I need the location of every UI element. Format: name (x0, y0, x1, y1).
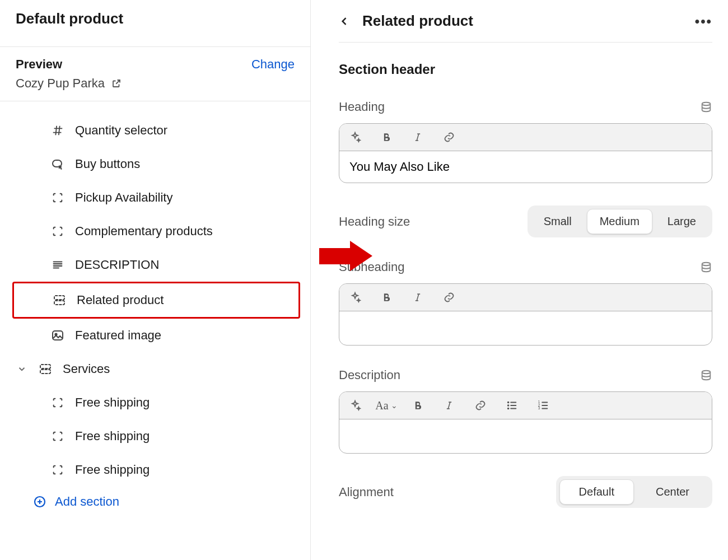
plus-circle-icon (32, 494, 47, 509)
svg-point-13 (508, 408, 509, 409)
section-item-free-shipping-2[interactable]: Free shipping (0, 419, 310, 453)
section-item-free-shipping-3[interactable]: Free shipping (0, 453, 310, 487)
section-item-featured-image[interactable]: Featured image (0, 319, 310, 352)
block-placeholder-icon (50, 190, 65, 205)
bold-icon[interactable] (410, 398, 426, 413)
section-list: Quantity selector Buy buttons Pickup Ava… (0, 101, 310, 525)
bullet-list-icon[interactable] (504, 398, 520, 413)
italic-icon[interactable] (441, 398, 457, 413)
subheading-input[interactable] (348, 319, 703, 335)
paragraph-style-icon[interactable]: Aa⌄ (379, 398, 394, 413)
sparkle-icon[interactable] (347, 398, 363, 413)
hash-icon (50, 123, 65, 138)
chevron-down-icon[interactable] (16, 364, 28, 374)
dynamic-source-icon[interactable] (700, 261, 712, 273)
bold-icon[interactable] (379, 129, 394, 145)
description-editor: Aa⌄ 123 (339, 391, 712, 454)
preview-label: Preview (16, 57, 62, 72)
section-item-quantity-selector[interactable]: Quantity selector (0, 114, 310, 147)
svg-point-9 (702, 263, 711, 266)
text-lines-icon (50, 258, 65, 272)
link-icon[interactable] (441, 129, 457, 145)
svg-text:3: 3 (538, 406, 540, 410)
more-actions-button[interactable]: ••• (695, 13, 712, 29)
block-placeholder-icon (50, 463, 65, 477)
section-item-buy-buttons[interactable]: Buy buttons (0, 147, 310, 181)
svg-rect-1 (54, 296, 64, 300)
section-icon (52, 293, 67, 307)
change-button[interactable]: Change (251, 57, 295, 72)
page-title: Default product (16, 10, 295, 27)
heading-editor (339, 123, 712, 183)
dynamic-source-icon[interactable] (700, 101, 712, 113)
svg-rect-2 (54, 301, 64, 305)
section-item-label: Featured image (75, 328, 161, 343)
link-icon[interactable] (441, 290, 457, 305)
section-item-label: Buy buttons (75, 157, 140, 171)
add-section-label: Add section (55, 494, 119, 509)
block-placeholder-icon (50, 395, 65, 410)
svg-rect-3 (53, 331, 63, 340)
section-item-description[interactable]: DESCRIPTION (0, 248, 310, 282)
section-item-services[interactable]: Services (0, 352, 310, 386)
section-item-label: Quantity selector (75, 123, 167, 138)
section-icon (38, 362, 53, 376)
svg-point-10 (702, 371, 711, 374)
alignment-label: Alignment (339, 485, 394, 500)
section-item-label: Complementary products (75, 224, 213, 239)
alignment-segmented: Default Center (556, 476, 712, 508)
italic-icon[interactable] (410, 290, 426, 305)
section-item-label: Free shipping (75, 429, 150, 444)
link-icon[interactable] (473, 398, 488, 413)
sparkle-icon[interactable] (347, 129, 363, 145)
section-item-pickup-availability[interactable]: Pickup Availability (0, 181, 310, 214)
block-placeholder-icon (50, 224, 65, 239)
svg-point-11 (508, 402, 509, 403)
heading-size-segmented: Small Medium Large (528, 206, 712, 237)
back-button[interactable] (339, 16, 350, 27)
svg-rect-0 (53, 160, 62, 167)
annotation-arrow-icon (319, 241, 372, 272)
external-link-icon[interactable] (111, 78, 122, 88)
heading-size-medium[interactable]: Medium (587, 209, 652, 234)
alignment-default[interactable]: Default (559, 479, 634, 505)
section-title: Section header (339, 62, 712, 77)
svg-rect-6 (40, 370, 50, 374)
section-item-label: Services (63, 362, 110, 376)
description-input[interactable] (348, 427, 703, 443)
sparkle-icon[interactable] (347, 290, 363, 305)
cursor-click-icon (50, 157, 65, 171)
preview-product-name: Cozy Pup Parka (16, 76, 105, 91)
section-item-label: Pickup Availability (75, 190, 172, 205)
heading-label: Heading (339, 100, 385, 114)
heading-size-large[interactable]: Large (655, 209, 709, 234)
block-placeholder-icon (50, 429, 65, 444)
svg-point-8 (702, 102, 711, 106)
add-section-button[interactable]: Add section (0, 487, 310, 517)
italic-icon[interactable] (410, 129, 426, 145)
section-item-label: Free shipping (75, 395, 150, 410)
svg-point-12 (508, 405, 509, 406)
section-item-free-shipping-1[interactable]: Free shipping (0, 386, 310, 419)
bold-icon[interactable] (379, 290, 394, 305)
section-item-label: Free shipping (75, 463, 150, 477)
left-panel: Default product Preview Change Cozy Pup … (0, 0, 311, 560)
section-item-label: DESCRIPTION (75, 258, 159, 272)
alignment-center[interactable]: Center (636, 479, 709, 505)
image-icon (50, 328, 65, 343)
heading-input[interactable] (348, 159, 703, 175)
heading-size-small[interactable]: Small (531, 209, 585, 234)
subheading-editor (339, 283, 712, 346)
right-panel: Related product ••• Section header Headi… (311, 0, 728, 560)
section-item-complementary-products[interactable]: Complementary products (0, 214, 310, 248)
section-item-related-product[interactable]: Related product (12, 282, 300, 319)
heading-size-label: Heading size (339, 214, 410, 229)
section-item-label: Related product (77, 293, 164, 307)
description-label: Description (339, 368, 400, 382)
panel-title: Related product (362, 12, 473, 30)
dynamic-source-icon[interactable] (700, 369, 712, 381)
svg-rect-5 (40, 365, 50, 368)
numbered-list-icon[interactable]: 123 (535, 398, 551, 413)
